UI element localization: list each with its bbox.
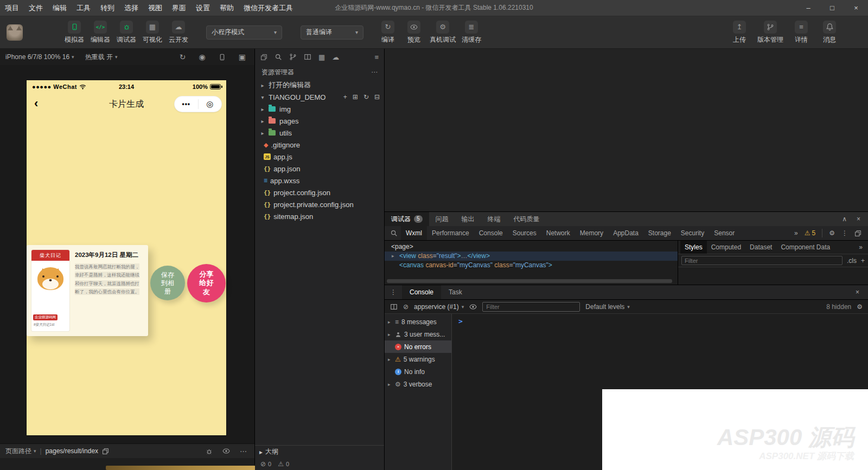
menu-item-8[interactable]: 界面 (167, 0, 191, 16)
save-to-album-button[interactable]: 保存到相册 (150, 266, 185, 300)
record-icon[interactable]: ◉ (199, 53, 206, 61)
mode-button-可视化[interactable]: ▦可视化 (140, 21, 165, 44)
open-editors-icon[interactable] (260, 54, 267, 61)
menu-item-4[interactable]: 工具 (72, 0, 95, 16)
tab-调试器[interactable]: 调试器5 (385, 212, 429, 226)
tool-button-消息[interactable]: 消息 (817, 21, 842, 44)
console-settings-icon[interactable]: ⚙ (857, 303, 863, 311)
file-item-img[interactable]: ▸img (255, 103, 384, 115)
code-line-3[interactable]: <canvas canvas-id="myCanvas" class="myCa… (385, 261, 678, 270)
styles-tab-computed[interactable]: Computed (707, 241, 745, 254)
cloud-icon[interactable]: ☁ (332, 53, 339, 61)
inspect-element-icon[interactable] (390, 229, 398, 237)
devtools-tab-console[interactable]: Console (474, 226, 508, 240)
panel-icon[interactable]: ≡ (374, 53, 379, 61)
mode-button-编辑器[interactable]: </>编辑器 (88, 21, 113, 44)
copy-path-icon[interactable] (102, 448, 109, 455)
console-filter-input[interactable] (482, 302, 580, 312)
code-line-2[interactable]: ▸<view class="result">…</view> (385, 252, 678, 261)
share-to-friend-button[interactable]: 分享给好友 (187, 264, 226, 302)
rotate-icon[interactable]: ↻ (180, 53, 186, 61)
console-filter-no-info[interactable]: iNo info (385, 365, 451, 378)
device-select[interactable]: iPhone 6/7/8 100% 16▾ (5, 53, 74, 61)
menu-item-9[interactable]: 设置 (191, 0, 215, 16)
outline-row[interactable]: ▸ 大纲 (255, 445, 384, 458)
console-prompt[interactable]: > (458, 317, 463, 325)
styles-tab-component-data[interactable]: Component Data (776, 241, 834, 254)
mode-button-模拟器[interactable]: 模拟器 (62, 21, 87, 44)
mode-button-调试器[interactable]: 调试器 (114, 21, 139, 44)
devtools-tab-performance[interactable]: Performance (427, 226, 474, 240)
vconsole-icon[interactable] (206, 448, 213, 455)
back-button[interactable]: ‹ (34, 96, 38, 111)
devtools-tab-wxml[interactable]: Wxml (401, 226, 427, 240)
console-menu-icon[interactable]: ⋮ (385, 288, 402, 296)
tool-button-上传[interactable]: ↥上传 (727, 21, 752, 44)
styles-tab-dataset[interactable]: Dataset (745, 241, 776, 254)
problems-status[interactable]: ⊘0 ⚠0 (255, 458, 384, 470)
device-icon[interactable] (219, 54, 226, 61)
file-item-project.private.config.json[interactable]: {}project.private.config.json (255, 198, 384, 210)
exit-miniprogram-button[interactable]: ◎ (199, 99, 222, 109)
collapse-all-icon[interactable]: ⊟ (374, 93, 380, 101)
dock-side-icon[interactable] (854, 230, 861, 237)
new-file-icon[interactable]: + (343, 93, 347, 101)
console-filter-3-verbose[interactable]: ▸⚙3 verbose (385, 378, 451, 390)
console-tab-console[interactable]: Console (402, 285, 441, 299)
sidebar-toggle-icon[interactable] (390, 303, 398, 311)
overflow-tabs-icon[interactable]: » (794, 229, 798, 237)
menu-item-5[interactable]: 转到 (95, 0, 119, 16)
refresh-icon[interactable]: ↻ (363, 93, 369, 101)
console-filter-5-warnings[interactable]: ▸⚠5 warnings (385, 353, 451, 365)
action-button-清缓存[interactable]: ≣清缓存 (459, 21, 484, 44)
devtools-tab-storage[interactable]: Storage (643, 226, 676, 240)
new-folder-icon[interactable]: ⊞ (353, 93, 358, 101)
menu-item-10[interactable]: 帮助 (215, 0, 239, 16)
minimize-button[interactable]: – (796, 0, 820, 16)
compile-select[interactable]: 普通编译▾ (301, 25, 363, 40)
file-item-app.js[interactable]: JSapp.js (255, 151, 384, 163)
styles-tab-styles[interactable]: Styles (680, 241, 707, 254)
tool-button-版本管理[interactable]: 版本管理 (755, 21, 786, 44)
split-editor-icon[interactable] (304, 53, 311, 61)
clear-console-icon[interactable]: ⊘ (403, 303, 409, 311)
file-item-.gitignore[interactable]: ◆.gitignore (255, 139, 384, 151)
close-button[interactable]: × (844, 0, 868, 16)
avatar[interactable] (7, 24, 23, 41)
overflow-tabs-icon[interactable]: » (859, 243, 866, 251)
console-filter-8-messages[interactable]: ▸≡8 messages (385, 316, 451, 328)
action-button-真机调试[interactable]: ⚙真机调试 (427, 21, 458, 44)
extensions-icon[interactable]: ▦ (318, 53, 325, 61)
open-editors-row[interactable]: ▸ 打开的编辑器 (255, 79, 384, 91)
console-filter-3-user-mess-[interactable]: ▸3 user mess... (385, 328, 451, 340)
file-item-app.json[interactable]: {}app.json (255, 163, 384, 175)
collapse-panel-icon[interactable]: ∧ (842, 215, 847, 223)
hot-reload-toggle[interactable]: 热重载 开▾ (85, 53, 118, 62)
devtools-settings-icon[interactable]: ⚙ (829, 229, 835, 237)
file-item-utils[interactable]: ▸utils (255, 127, 384, 139)
devtools-tab-appdata[interactable]: AppData (608, 226, 643, 240)
search-icon[interactable] (275, 53, 282, 61)
horizontal-scrollbar[interactable] (387, 279, 672, 283)
action-button-预览[interactable]: 预览 (401, 21, 426, 44)
file-item-pages[interactable]: ▸pages (255, 115, 384, 127)
menu-item-1[interactable]: 项目 (0, 0, 24, 16)
devtools-tab-sources[interactable]: Sources (508, 226, 541, 240)
window-icon[interactable]: ▣ (239, 53, 246, 61)
tab-输出[interactable]: 输出 (455, 212, 481, 226)
menu-item-2[interactable]: 文件 (24, 0, 48, 16)
tool-button-详情[interactable]: ≡详情 (789, 21, 814, 44)
more-icon[interactable]: ⋯ (240, 447, 247, 455)
mode-select[interactable]: 小程序模式▾ (206, 25, 282, 40)
add-style-icon[interactable]: + (861, 257, 865, 265)
more-menu-button[interactable]: ••• (175, 100, 198, 108)
code-line-1[interactable]: <page> (385, 242, 678, 252)
tab-问题[interactable]: 问题 (429, 212, 455, 226)
menu-item-11[interactable]: 微信开发者工具 (239, 0, 298, 16)
close-panel-icon[interactable]: × (857, 215, 860, 223)
menu-item-7[interactable]: 视图 (143, 0, 167, 16)
console-filter-no-errors[interactable]: ×No errors (385, 340, 451, 353)
file-item-app.wxss[interactable]: ≡app.wxss (255, 175, 384, 186)
styles-filter-input[interactable] (681, 256, 843, 265)
project-root-row[interactable]: ▾ TIANGOU_DEMO +⊞↻⊟ (255, 91, 384, 103)
